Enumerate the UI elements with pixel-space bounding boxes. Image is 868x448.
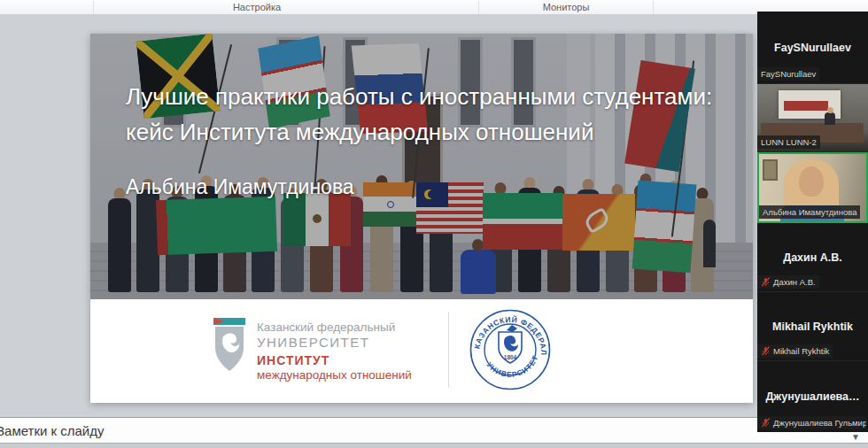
kfu-text-line1: Казанский федеральный [257, 321, 412, 334]
participant-name-label: LUNN LUNN-2 [757, 135, 820, 149]
muted-mic-icon [761, 418, 771, 428]
toolbar: Настройка Мониторы [0, 0, 868, 15]
status-strip [0, 443, 868, 448]
kfu-text-line2: УНИВЕРСИТЕТ [257, 335, 412, 350]
kfu-text-line4: международных отношений [257, 368, 412, 382]
participant-name-label: Дахин А.В. [757, 275, 819, 289]
kfu-text-line3: ИНСТИТУТ [257, 353, 412, 367]
participants-panel: FaySNurullaev FaySNurullaev LUNN LUNN-2 … [757, 12, 868, 432]
toolbar-divider [653, 1, 654, 13]
toolbar-divider [93, 1, 94, 13]
participant-tile-faysnurullaev[interactable]: FaySNurullaev FaySNurullaev [757, 12, 868, 84]
logo-divider [448, 312, 449, 388]
photo-dim-overlay [90, 34, 753, 299]
participant-tile-dzhunushalieva[interactable]: Джунушалиева… Джунушалиева Гульмира Джа [757, 361, 868, 432]
participant-tile-rykhtik[interactable]: Mikhail Rykhtik Mikhail Rykhtik [757, 292, 868, 361]
slide-logo-band: Казанский федеральный УНИВЕРСИТЕТ ИНСТИТ… [90, 299, 753, 403]
slide-canvas[interactable]: Лучшие практики работы с иностранными ст… [90, 34, 753, 403]
participant-tile-albina-active-speaker[interactable]: Альбина Имамутдинова [757, 152, 868, 223]
participant-tile-dakhin[interactable]: Дахин А.В. Дахин А.В. [757, 223, 868, 292]
tab-monitors[interactable]: Мониторы [543, 2, 590, 12]
participant-name-label: Джунушалиева Гульмира Джа [757, 416, 866, 429]
toolbar-divider [478, 1, 479, 13]
seal-year-text: 1804 [504, 354, 517, 360]
participants-scroll-down-icon[interactable]: ▼ [848, 432, 864, 443]
kfu-institute-logo: Казанский федеральный УНИВЕРСИТЕТ ИНСТИТ… [213, 317, 412, 382]
participant-name-label: Альбина Имамутдинова [759, 205, 860, 219]
participant-name-label: Mikhail Rykhtik [757, 344, 833, 358]
notes-placeholder: Заметки к слайду [0, 423, 105, 438]
slide-photo-students-with-flags: Лучшие практики работы с иностранными ст… [90, 34, 753, 299]
kfu-seal-icon: КАЗАНСКИЙ ФЕДЕРАЛЬНЫЙ УНИВЕРСИТЕТ 1804 [469, 309, 551, 390]
participant-tile-lunn[interactable]: LUNN LUNN-2 [757, 84, 868, 152]
muted-mic-icon [761, 346, 771, 356]
slide-presenter-name: Альбина Имамутдинова [126, 175, 354, 199]
notes-bar[interactable]: Заметки к слайду [0, 417, 868, 443]
slide-title-line2: кейс Института международных отношений [126, 119, 593, 146]
muted-mic-icon [761, 277, 771, 287]
slide-title-line1: Лучшие практики работы с иностранными ст… [126, 83, 712, 111]
kfu-shield-icon [213, 317, 246, 375]
participant-name-label: FaySNurullaev [757, 67, 819, 81]
tab-settings[interactable]: Настройка [233, 2, 281, 12]
